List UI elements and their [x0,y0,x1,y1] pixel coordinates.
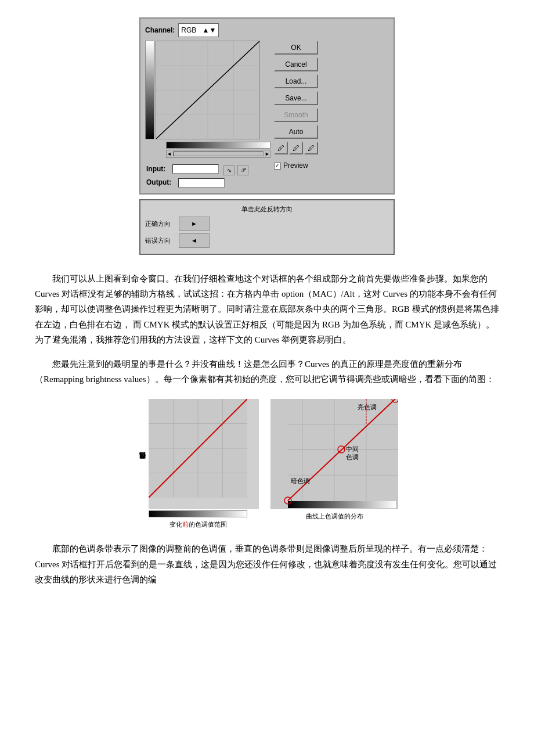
load-button[interactable]: Load... [274,74,318,88]
svg-text:中间: 中间 [346,445,359,452]
auto-button[interactable]: Auto [274,125,318,139]
mode-icons: ∿ 𝒫 [223,165,248,175]
left-chart-svg [149,399,247,498]
curves-dialog-container: Channel: RGB ▲▼ [35,17,499,255]
curves-dialog: Channel: RGB ▲▼ [139,17,395,255]
ok-button[interactable]: OK [274,41,318,55]
x-gradient-section: ◄ ► [156,142,270,158]
pencil-mode-button[interactable]: 𝒫 [237,165,248,175]
charts-container: 变化后的色调值范围 [35,399,499,530]
channel-arrow-icon: ▲▼ [203,24,217,36]
scroll-direction-sub-dialog: 单击此处反转方向 正确方向 ► 错误方向 ◄ [139,199,395,255]
curves-main-area: ◄ ► Input: ∿ 𝒫 [145,41,389,188]
channel-label: Channel: [145,24,175,36]
left-x-gradient [149,510,247,517]
eyedropper-grey-button[interactable]: 🖊 [289,142,303,154]
curves-graph-section: ◄ ► Input: ∿ 𝒫 [145,41,270,188]
scroll-direction-hint: 单击此处反转方向 [145,204,389,215]
svg-text:暗色调: 暗色调 [291,477,310,484]
left-chart-with-ylabel: 变化后的色调值范围 [136,399,259,530]
svg-text:亮色调: 亮色调 [358,404,377,411]
left-chart-area: 变化前的色调值范围 [149,399,259,530]
left-chart [149,399,259,509]
output-row: Output: [146,177,270,188]
left-chart-caption: 变化前的色调值范围 [149,519,247,530]
curves-y-gradient [145,41,154,139]
left-caption-before: 变化 [169,521,182,528]
paragraph-3: 底部的色调条带表示了图像的调整前的色调值，垂直的色调条带则是图像调整后所呈现的样… [35,541,499,587]
eyedropper-black-button[interactable]: 🖊 [274,142,288,154]
curves-x-gradient [166,142,270,149]
right-caption-text: 曲线上色调值的分布 [306,513,363,520]
smooth-button[interactable]: Smooth [274,108,318,122]
output-label: Output: [146,177,171,188]
curves-graph-area [145,41,270,139]
channel-row: Channel: RGB ▲▼ [145,23,389,37]
cancel-button[interactable]: Cancel [274,57,318,71]
curves-buttons-panel: OK Cancel Load... Save... Smooth Auto 🖊 … [274,41,318,188]
input-label: Input: [146,163,165,175]
error-label: 错误方向 [145,235,174,246]
right-chart-caption: 曲线上色调值的分布 [270,511,398,522]
arrow-right-icon: ► [191,218,197,229]
curves-dialog-box: Channel: RGB ▲▼ [139,17,395,195]
curve-mode-button[interactable]: ∿ [223,165,235,175]
channel-select[interactable]: RGB ▲▼ [178,23,219,37]
left-caption-after: 的色调值范围 [189,521,227,528]
eyedropper-white-button[interactable]: 🖊 [304,142,318,154]
input-row: Input: ∿ 𝒫 [146,163,270,175]
right-chart-box: 亮色调 中间 色调 暗色调 曲线上色调值的分布 [270,399,398,530]
save-button[interactable]: Save... [274,91,318,105]
right-chart: 亮色调 中间 色调 暗色调 [270,399,398,509]
left-caption-highlight: 前 [182,521,189,528]
preview-row: ✓ Preview [274,160,318,171]
preview-checkbox[interactable]: ✓ [274,163,281,170]
curves-scroll-x[interactable]: ◄ ► [166,150,270,158]
error-direction-row: 错误方向 ◄ [145,233,389,248]
scroll-left-icon: ◄ [167,150,172,159]
right-chart-svg: 亮色调 中间 色调 暗色调 [270,399,398,509]
left-chart-box: 变化后的色调值范围 [136,399,259,530]
input-output-area: Input: ∿ 𝒫 Output: [146,163,270,188]
svg-text:色调: 色调 [346,453,359,460]
paragraph-1: 我们可以从上图看到命令窗口。在我们仔细检查地这个对话框的各个组成部分之前首先要做… [35,271,499,347]
curves-graph[interactable] [156,41,260,139]
channel-value: RGB [181,24,196,36]
curves-graph-svg [156,41,259,139]
preview-label: Preview [283,160,308,171]
correct-arrow: ► [179,217,210,231]
input-field[interactable] [172,164,219,174]
pen-icons-row: 🖊 🖊 🖊 [274,142,318,154]
svg-rect-23 [288,501,396,508]
output-field[interactable] [178,178,225,188]
scroll-right-icon: ► [265,150,270,159]
correct-direction-row: 正确方向 ► [145,217,389,231]
error-arrow: ◄ [179,233,210,248]
paragraph-2: 您最先注意到的最明显的事是什么？并没有曲线！这是怎么回事？Curves 的真正的… [35,357,499,387]
arrow-left-icon: ◄ [191,235,197,246]
left-chart-y-axis: 变化后的色调值范围 [136,399,149,530]
correct-label: 正确方向 [145,218,174,229]
